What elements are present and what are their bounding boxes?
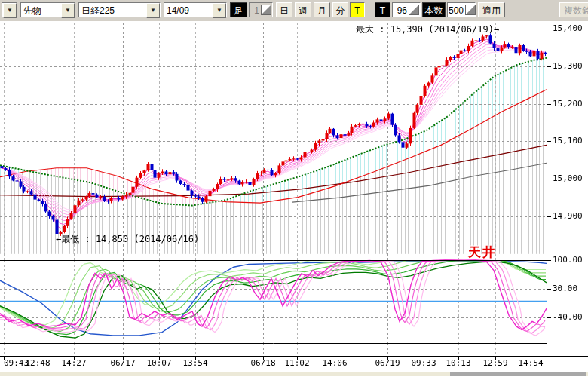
market-select[interactable]: 先物 ▼ <box>20 2 75 17</box>
period-minute-button[interactable]: 分 <box>332 2 348 17</box>
spinner-icon[interactable] <box>465 5 476 15</box>
horizontal-scrollbar[interactable] <box>0 372 588 376</box>
chevron-down-icon[interactable]: ▼ <box>213 3 226 18</box>
chevron-down-icon[interactable]: ▼ <box>3 3 17 18</box>
interval-value: 1 <box>250 3 261 17</box>
interval-stepper[interactable]: 1 <box>249 2 273 17</box>
chart-canvas[interactable] <box>0 21 588 377</box>
spinner-icon[interactable] <box>261 5 271 15</box>
bars-count-stepper[interactable]: 500 <box>447 2 476 17</box>
apply-button[interactable]: 適用 <box>478 2 505 17</box>
period-month-button[interactable]: 月 <box>314 2 330 17</box>
chart-application-window: ▼ 先物 ▼ 日経225 ▼ 14/09 ▼ 足 1 日 週 月 分 T T 9… <box>0 0 588 377</box>
multi-symbol-button[interactable]: 複数銘柄 <box>559 2 588 17</box>
t-label: T <box>375 2 390 17</box>
ashi-label: 足 <box>230 2 247 17</box>
bars-count-value: 500 <box>448 3 465 17</box>
t-count-stepper[interactable]: 96 <box>392 2 421 17</box>
chevron-down-icon[interactable]: ▼ <box>146 3 160 18</box>
mini-combo[interactable]: ▼ <box>2 2 17 17</box>
scrollbar-thumb[interactable] <box>450 372 586 376</box>
period-week-button[interactable]: 週 <box>295 2 311 17</box>
chart-area <box>0 21 588 377</box>
symbol-select-value: 日経225 <box>79 3 146 17</box>
bars-label: 本数 <box>422 2 446 17</box>
symbol-select[interactable]: 日経225 ▼ <box>78 2 161 17</box>
tick-mode-toggle[interactable]: T <box>350 2 365 17</box>
toolbar: ▼ 先物 ▼ 日経225 ▼ 14/09 ▼ 足 1 日 週 月 分 T T 9… <box>0 0 588 22</box>
spinner-icon[interactable] <box>409 5 419 15</box>
contract-month-select[interactable]: 14/09 ▼ <box>164 2 227 17</box>
market-select-value: 先物 <box>21 3 61 17</box>
chevron-down-icon[interactable]: ▼ <box>61 3 75 18</box>
period-day-button[interactable]: 日 <box>276 2 292 17</box>
contract-month-value: 14/09 <box>164 3 213 17</box>
t-count-value: 96 <box>393 3 409 17</box>
